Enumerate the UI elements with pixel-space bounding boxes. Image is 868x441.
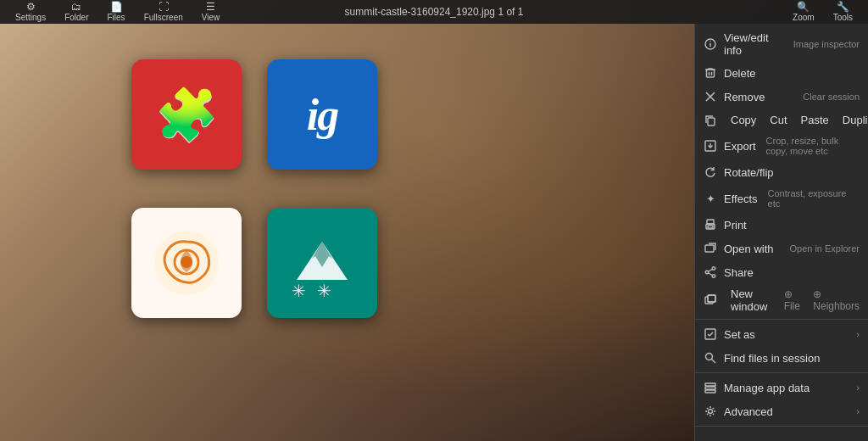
- find-files-label: Find files in session: [724, 352, 860, 365]
- menu-share[interactable]: Share: [695, 260, 868, 284]
- info-icon: [704, 37, 717, 51]
- svg-rect-36: [705, 390, 715, 393]
- svg-rect-35: [705, 387, 715, 389]
- svg-point-23: [705, 271, 709, 274]
- menu-export[interactable]: Export Crop, resize, bulk copy, move etc: [695, 131, 868, 160]
- open-with-icon: [704, 242, 717, 255]
- menu-open-with[interactable]: Open with Open in Explorer: [695, 237, 868, 260]
- menu-set-as[interactable]: Set as ›: [695, 322, 868, 346]
- copy-button[interactable]: Copy: [724, 112, 763, 128]
- settings-button[interactable]: ⚙ Settings: [7, 0, 54, 24]
- app-icon-blue: ig: [267, 59, 377, 170]
- app-icon-red: 🧩: [131, 59, 242, 170]
- cut-button[interactable]: Cut: [763, 112, 793, 128]
- svg-point-21: [712, 267, 715, 271]
- share-icon: [704, 265, 717, 279]
- menu-divider-2: [695, 372, 868, 373]
- context-menu: View/edit info Image inspector Delete Re…: [694, 24, 868, 441]
- advanced-arrow: ›: [856, 406, 860, 416]
- manage-icon: [704, 381, 717, 394]
- delete-label: Delete: [724, 67, 860, 80]
- puzzle-icon: 🧩: [155, 85, 219, 145]
- svg-rect-16: [707, 220, 714, 224]
- app-icon-teal: ✳ ✳: [267, 208, 377, 318]
- export-icon: [704, 139, 717, 153]
- tools-icon: 🔧: [837, 2, 849, 12]
- effects-icon: ✦: [704, 192, 717, 205]
- share-label: Share: [724, 266, 860, 279]
- svg-rect-29: [705, 329, 715, 339]
- svg-line-33: [712, 360, 716, 364]
- svg-text:✳: ✳: [292, 282, 306, 300]
- zoom-icon: 🔍: [797, 2, 810, 12]
- svg-rect-13: [708, 118, 715, 126]
- menu-delete[interactable]: Delete: [695, 61, 868, 85]
- remove-label: Remove: [724, 91, 793, 103]
- new-window-neighbors: ⊕ Neighbors: [813, 288, 860, 312]
- mountain-icon: ✳ ✳: [280, 220, 364, 305]
- image-inspector-label: Image inspector: [793, 39, 860, 49]
- svg-rect-8: [707, 70, 715, 77]
- zoom-button[interactable]: 🔍 Zoom: [784, 0, 823, 24]
- view-icon: ☰: [206, 2, 215, 12]
- menu-rotate-flip[interactable]: Rotate/flip: [695, 160, 868, 184]
- tools-button[interactable]: 🔧 Tools: [825, 0, 861, 24]
- menu-divider-1: [695, 319, 868, 320]
- menu-new-window[interactable]: New window ⊕ File ⊕ Neighbors: [695, 284, 868, 316]
- folder-button[interactable]: 🗂 Folder: [56, 0, 97, 24]
- view-label: View: [202, 13, 220, 22]
- tools-label: Tools: [833, 13, 853, 22]
- trash-icon: [704, 66, 717, 80]
- menu-find-files[interactable]: Find files in session: [695, 346, 868, 370]
- find-files-icon: [704, 351, 717, 365]
- menu-effects[interactable]: ✦ Effects Contrast, exposure etc: [695, 184, 868, 213]
- app-icon-orange: [131, 208, 242, 318]
- fullscreen-button[interactable]: ⛶ Fullscreen: [136, 0, 192, 24]
- svg-point-37: [709, 410, 713, 414]
- view-button[interactable]: ☰ View: [193, 0, 229, 24]
- advanced-label: Advanced: [724, 405, 849, 418]
- paste-button[interactable]: Paste: [794, 112, 836, 128]
- rotate-icon: [704, 165, 717, 179]
- copy-cut-paste-group: Copy Cut Paste Duplicate: [695, 109, 868, 131]
- manage-app-data-label: Manage app data: [724, 382, 849, 394]
- folder-label: Folder: [64, 13, 88, 22]
- import-app-data-button[interactable]: Import app data: [695, 434, 868, 441]
- svg-point-32: [706, 354, 713, 360]
- menu-remove[interactable]: Remove Clear session: [695, 85, 868, 109]
- svg-rect-20: [705, 245, 714, 252]
- menu-manage-app-data[interactable]: Manage app data ›: [695, 376, 868, 399]
- files-button[interactable]: 📄 Files: [99, 0, 134, 24]
- svg-line-25: [709, 273, 713, 276]
- manage-app-data-arrow: ›: [856, 382, 860, 393]
- ig-icon: ig: [307, 90, 337, 140]
- duplicate-button[interactable]: Duplicate: [836, 112, 868, 128]
- folder-icon: 🗂: [71, 2, 81, 12]
- svg-rect-34: [705, 383, 715, 386]
- export-sub: Crop, resize, bulk copy, move etc: [766, 136, 860, 156]
- svg-point-7: [709, 41, 710, 42]
- new-window-label: New window: [731, 287, 774, 313]
- svg-line-31: [709, 332, 713, 336]
- fullscreen-label: Fullscreen: [144, 13, 183, 22]
- menu-bottom-section: Import app data Export app data Clear ap…: [695, 429, 868, 441]
- fullscreen-icon: ⛶: [159, 2, 169, 12]
- print-label: Print: [724, 219, 860, 232]
- view-edit-info-label: View/edit info: [724, 31, 783, 57]
- menu-divider-3: [695, 426, 868, 427]
- new-window-icon: [704, 293, 717, 307]
- export-label: Export: [724, 140, 756, 153]
- menu-view-edit-info[interactable]: View/edit info Image inspector: [695, 27, 868, 61]
- advanced-icon: [704, 405, 717, 418]
- svg-line-24: [709, 270, 713, 272]
- set-as-label: Set as: [724, 328, 849, 341]
- svg-text:✳: ✳: [317, 282, 331, 300]
- menu-advanced[interactable]: Advanced ›: [695, 399, 868, 423]
- file-title: summit-castle-3160924_1920.jpg 1 of 1: [345, 6, 524, 18]
- rotate-flip-label: Rotate/flip: [724, 166, 860, 179]
- menu-print[interactable]: Print: [695, 213, 868, 237]
- toolbar: ⚙ Settings 🗂 Folder 📄 Files ⛶ Fullscreen…: [0, 0, 868, 24]
- open-in-explorer-label: Open in Explorer: [789, 243, 860, 254]
- effects-label: Effects: [724, 193, 758, 205]
- svg-rect-18: [708, 226, 713, 228]
